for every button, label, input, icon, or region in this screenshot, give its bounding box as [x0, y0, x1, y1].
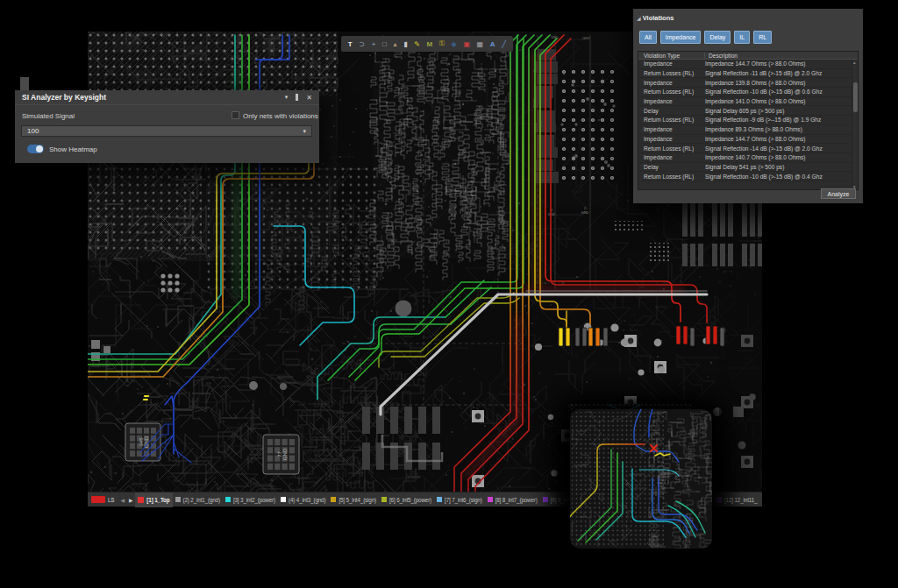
svg-text:GND: GND — [144, 436, 149, 448]
svg-text:GND: GND — [582, 36, 590, 40]
svg-text:GND: GND — [581, 210, 589, 215]
svg-text:GND: GND — [282, 448, 288, 460]
